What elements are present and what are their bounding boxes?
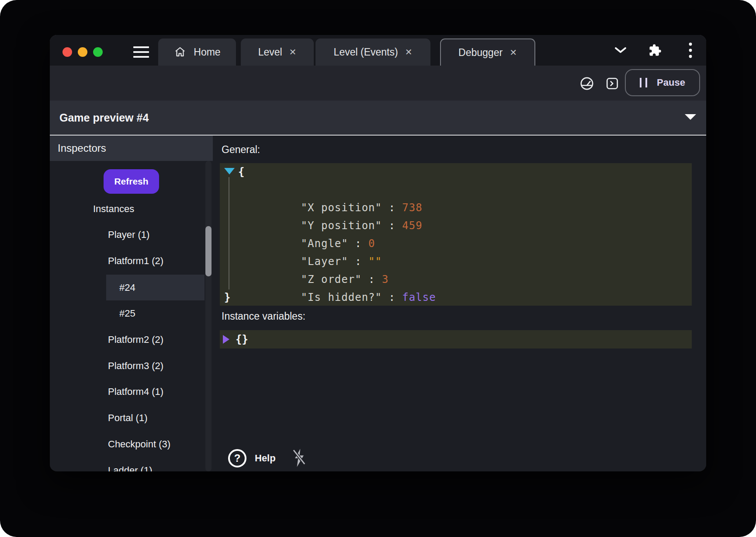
sidebar-item-platform1[interactable]: Platform1 (2) xyxy=(108,248,163,274)
home-icon xyxy=(173,45,187,59)
variables-value: {} xyxy=(236,333,248,345)
general-json-tree: { "X position" : 738 "Y position" : 459 … xyxy=(220,163,692,306)
game-preview-title: Game preview #4 xyxy=(59,101,149,135)
tab-level-events[interactable]: Level (Events) ✕ xyxy=(316,38,430,66)
close-brace: } xyxy=(224,291,231,303)
property-value: 0 xyxy=(368,237,375,250)
close-icon[interactable]: ✕ xyxy=(510,48,517,57)
sidebar-scrollbar-thumb[interactable] xyxy=(205,226,212,276)
chevron-down-icon[interactable] xyxy=(614,35,627,66)
tab-bar: Home Level ✕ Level (Events) ✕ Debugger ✕ xyxy=(50,35,706,66)
sidebar-item-platform3[interactable]: Platform3 (2) xyxy=(108,353,163,379)
kebab-menu-icon[interactable] xyxy=(685,35,696,66)
tab-debugger[interactable]: Debugger ✕ xyxy=(440,38,535,66)
indent-guide xyxy=(229,177,229,289)
tab-label: Debugger xyxy=(458,47,503,59)
instance-variables-label: Instance variables: xyxy=(222,310,305,322)
sidebar-item-instances[interactable]: Instances xyxy=(93,196,134,222)
general-section-label: General: xyxy=(222,144,260,156)
sidebar-item-ladder[interactable]: Ladder (1) xyxy=(108,458,153,471)
tab-label: Home xyxy=(194,46,220,58)
sidebar-item-platform2[interactable]: Platform2 (2) xyxy=(108,327,163,352)
sidebar-item-platform4[interactable]: Platform4 (1) xyxy=(108,379,163,404)
open-brace: { xyxy=(238,166,245,178)
collapse-arrow-icon[interactable] xyxy=(224,168,235,174)
desktop-background: Home Level ✕ Level (Events) ✕ Debugger ✕ xyxy=(0,0,756,537)
pause-button[interactable]: Pause xyxy=(625,69,700,96)
close-icon[interactable]: ✕ xyxy=(289,48,297,56)
help-label: Help xyxy=(255,453,276,464)
puzzle-icon[interactable] xyxy=(648,35,662,66)
refresh-button[interactable]: Refresh xyxy=(104,169,159,194)
tab-label: Level xyxy=(258,46,282,58)
window-maximize-button[interactable] xyxy=(93,47,103,57)
instance-variables-tree: {} xyxy=(220,330,692,349)
debugger-toolbar: Pause xyxy=(50,66,706,101)
pause-icon xyxy=(640,78,647,87)
tab-level[interactable]: Level ✕ xyxy=(241,38,314,66)
sidebar-item-player[interactable]: Player (1) xyxy=(108,222,149,248)
help-button[interactable]: ? Help xyxy=(228,449,276,467)
property-row: "X position" : 738 xyxy=(220,181,692,199)
app-window: Home Level ✕ Level (Events) ✕ Debugger ✕ xyxy=(50,35,706,471)
inspectors-panel-header: Inspectors xyxy=(50,136,213,161)
property-value: 738 xyxy=(402,202,422,214)
window-close-button[interactable] xyxy=(62,47,72,57)
pause-button-label: Pause xyxy=(657,77,685,88)
console-icon[interactable] xyxy=(605,77,619,91)
profiler-gauge-icon[interactable] xyxy=(579,76,594,91)
property-value: 3 xyxy=(382,273,388,286)
sidebar-item-instance-25[interactable]: #25 xyxy=(119,301,135,326)
sidebar-item-portal[interactable]: Portal (1) xyxy=(108,405,147,431)
property-value: "" xyxy=(368,255,382,268)
window-minimize-button[interactable] xyxy=(78,47,87,57)
sidebar-scrollbar-track[interactable] xyxy=(205,161,212,471)
game-preview-header[interactable]: Game preview #4 xyxy=(50,101,706,135)
dropdown-arrow-icon[interactable] xyxy=(685,114,696,120)
inspectors-title: Inspectors xyxy=(58,142,106,154)
flash-off-icon[interactable] xyxy=(291,448,308,468)
property-value: false xyxy=(402,291,436,303)
tab-home[interactable]: Home xyxy=(158,38,236,66)
sidebar-item-checkpoint[interactable]: Checkpoint (3) xyxy=(108,432,170,457)
sidebar-item-instance-24[interactable]: #24 xyxy=(106,275,205,300)
help-icon: ? xyxy=(228,449,246,467)
expand-arrow-icon[interactable] xyxy=(223,335,229,344)
main-menu-icon[interactable] xyxy=(133,46,149,58)
tab-label: Level (Events) xyxy=(334,46,398,58)
close-icon[interactable]: ✕ xyxy=(405,48,413,56)
property-value: 459 xyxy=(402,220,422,232)
